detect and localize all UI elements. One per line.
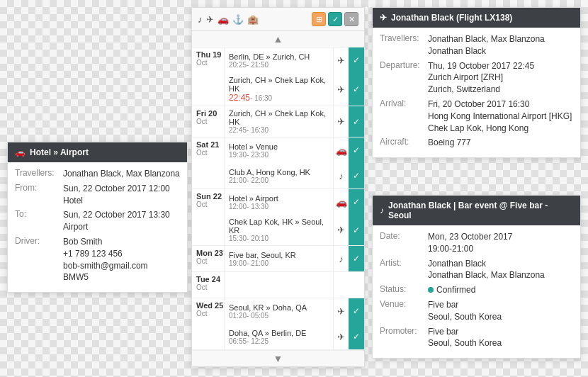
check-status: ✓ (349, 298, 364, 324)
info-label: Promoter: (380, 326, 428, 350)
event-type-icon: ✈ (333, 73, 349, 106)
flight-icon: ✈ (206, 14, 214, 25)
date-cell-empty (192, 324, 225, 349)
panel-header: ♪ ✈ 🚗 ⚓ 🏨 ⊞ ✓ ✕ (192, 8, 364, 31)
flight-row-travellers: Travellers: Jonathan Black, Max Blanzona… (380, 33, 573, 57)
event-time: 15:30- 20:10 (229, 235, 329, 242)
date-cell: Fri 20 Oct (192, 106, 225, 137)
close-button[interactable]: ✕ (344, 12, 358, 26)
event-group-sat21: Sat 21 Oct Hotel » Venue 19:30- 23:30 🚗 … (192, 137, 364, 189)
table-row[interactable]: Thu 19 Oct Berlin, DE » Zurich, CH 20:25… (192, 47, 364, 73)
event-title: Zurich, CH » Chek Lap Kok, HK (229, 109, 329, 126)
flight-row-arrival: Arrival: Fri, 20 October 2017 16:30Hong … (380, 99, 573, 134)
check-status: ✓ (349, 47, 364, 73)
flight-panel-title: Jonathan Black (Flight LX138) (391, 13, 512, 23)
info-value-promoter: Five barSeoul, South Korea (428, 326, 502, 350)
info-label: Arrival: (380, 99, 428, 134)
flight-panel-header: ✈ Jonathan Black (Flight LX138) (373, 8, 580, 28)
table-row[interactable]: Zurich, CH » Chek Lap Kok, HK 22:45- 16:… (192, 73, 364, 106)
event-info: Club A, Hong Kong, HK 21:00- 22:00 (225, 163, 333, 188)
car-icon: 🚗 (15, 147, 26, 157)
date-cell: Sun 22 Oct (192, 189, 225, 215)
music-icon: ♪ (380, 206, 384, 215)
bar-row-date: Date: Mon, 23 October 201719:00-21:00 (380, 231, 573, 255)
check-status: ✓ (349, 137, 364, 163)
info-value-status: Confirmed (428, 284, 475, 296)
event-type-icon: 🚗 (333, 189, 349, 215)
check-status: ✓ (349, 163, 364, 188)
date-cell-empty (192, 215, 225, 245)
check-status: ✓ (349, 73, 364, 106)
check-status: ✓ (349, 215, 364, 245)
info-label: Date: (380, 231, 428, 255)
info-row-to: To: Sun, 22 October 2017 13:30Airport (15, 209, 180, 233)
event-type-icon: ✈ (333, 324, 349, 349)
table-row[interactable]: Tue 24 Oct (192, 272, 364, 298)
event-group-tue24: Tue 24 Oct (192, 272, 364, 298)
info-label: To: (15, 209, 63, 233)
event-type-icon: ♪ (333, 163, 349, 188)
event-info: Zurich, CH » Chek Lap Kok, HK 22:45- 16:… (225, 106, 333, 137)
nav-up-button[interactable]: ▲ (192, 31, 364, 47)
event-title: Zurich, CH » Chek Lap Kok, HK (229, 76, 329, 93)
event-title: Berlin, DE » Zurich, CH (229, 52, 329, 61)
car-icon: 🚗 (217, 14, 229, 25)
flight-info-table: Travellers: Jonathan Black, Max Blanzona… (373, 28, 580, 157)
bar-event-panel-header: ♪ Jonathan Black | Bar event @ Five bar … (373, 196, 580, 225)
event-time: 01:20- 05:05 (229, 312, 329, 320)
event-time: 21:00- 22:00 (229, 176, 329, 184)
flight-row-aircraft: Aircraft: Boeing 777 (380, 137, 573, 149)
date-cell-empty (192, 73, 225, 106)
date-cell: Sat 21 Oct (192, 137, 225, 163)
event-info: Five bar, Seoul, KR 19:00- 21:00 (225, 246, 333, 271)
boat-icon: ⚓ (232, 14, 244, 25)
check-status: ✓ (349, 189, 364, 215)
event-time: 19:00- 21:00 (229, 259, 329, 267)
info-value-date: Mon, 23 October 201719:00-21:00 (428, 231, 512, 255)
event-title: Hotel » Venue (229, 142, 329, 151)
info-label: From: (15, 183, 63, 207)
table-row[interactable]: Sat 21 Oct Hotel » Venue 19:30- 23:30 🚗 … (192, 137, 364, 163)
table-row[interactable]: Club A, Hong Kong, HK 21:00- 22:00 ♪ ✓ (192, 163, 364, 188)
table-row[interactable]: Sun 22 Oct Hotel » Airport 12:00- 13:30 … (192, 189, 364, 215)
center-timeline-panel: ♪ ✈ 🚗 ⚓ 🏨 ⊞ ✓ ✕ ▲ Thu 19 Oct Berlin, DE … (191, 7, 365, 367)
info-value-departure: Thu, 19 October 2017 22:45Zurich Airport… (428, 60, 534, 96)
confirm-button[interactable]: ✓ (328, 12, 342, 26)
info-label: Artist: (380, 258, 428, 282)
info-value-aircraft: Boeing 777 (428, 137, 471, 149)
hotel-panel-title: Hotel » Airport (30, 147, 89, 157)
info-value-travellers: Jonathan Black, Max Blanzona (63, 168, 180, 180)
bar-row-artist: Artist: Jonathan BlackJonathan Black, Ma… (380, 258, 573, 282)
event-type-icon: ✈ (333, 106, 349, 137)
event-type-icon: ✈ (333, 47, 349, 73)
check-status: ✓ (349, 106, 364, 137)
nav-down-button[interactable]: ▼ (192, 350, 364, 366)
event-title: Hotel » Airport (229, 194, 329, 203)
table-row[interactable]: Doha, QA » Berlin, DE 06:55- 12:25 ✈ ✓ (192, 324, 364, 349)
flight-row-departure: Departure: Thu, 19 October 2017 22:45Zur… (380, 60, 573, 96)
hotel-info-table: Travellers: Jonathan Black, Max Blanzona… (8, 162, 187, 292)
event-info: Chek Lap Kok, HK » Seoul, KR 15:30- 20:1… (225, 215, 333, 245)
info-value-to: Sun, 22 October 2017 13:30Airport (63, 209, 170, 233)
event-info: Zurich, CH » Chek Lap Kok, HK 22:45- 16:… (225, 73, 333, 106)
table-row[interactable]: Mon 23 Oct Five bar, Seoul, KR 19:00- 21… (192, 246, 364, 271)
event-info: Berlin, DE » Zurich, CH 20:25- 21:50 (225, 47, 333, 73)
event-time: 12:00- 13:30 (229, 203, 329, 210)
event-info: Hotel » Venue 19:30- 23:30 (225, 137, 333, 163)
check-status: ✓ (349, 246, 364, 271)
event-type-icon (333, 272, 349, 298)
event-type-icon: ✈ (333, 215, 349, 245)
event-info: Doha, QA » Berlin, DE 06:55- 12:25 (225, 324, 333, 349)
bar-event-panel-title: Jonathan Black | Bar event @ Five bar - … (388, 201, 573, 220)
info-label: Status: (380, 284, 428, 296)
event-time: 22:45- 16:30 (229, 93, 329, 103)
table-row[interactable]: Fri 20 Oct Zurich, CH » Chek Lap Kok, HK… (192, 106, 364, 137)
info-row-travellers: Travellers: Jonathan Black, Max Blanzona (15, 168, 180, 180)
event-title: Five bar, Seoul, KR (229, 251, 329, 259)
header-actions: ⊞ ✓ ✕ (312, 12, 358, 26)
table-row[interactable]: Chek Lap Kok, HK » Seoul, KR 15:30- 20:1… (192, 215, 364, 245)
date-cell: Wed 25 Oct (192, 298, 225, 324)
table-row[interactable]: Wed 25 Oct Seoul, KR » Doha, QA 01:20- 0… (192, 298, 364, 324)
event-title: Seoul, KR » Doha, QA (229, 303, 329, 312)
filter-button[interactable]: ⊞ (312, 12, 326, 26)
